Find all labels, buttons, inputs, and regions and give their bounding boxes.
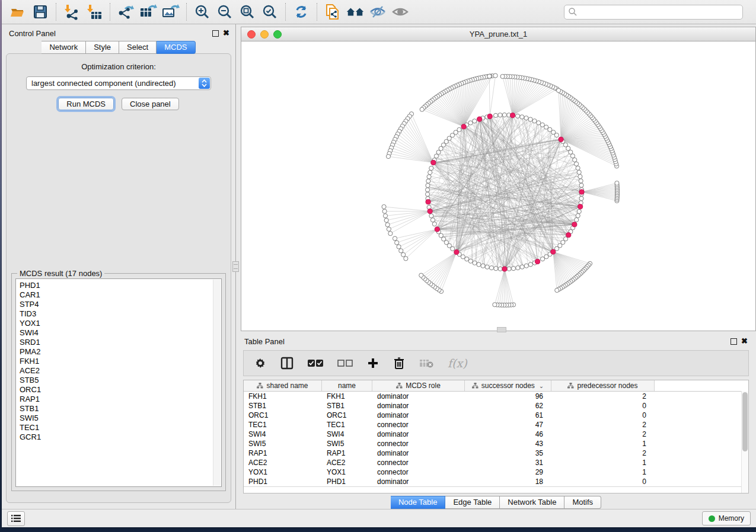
- table-tab[interactable]: Network Table: [500, 496, 564, 509]
- hierarchy-icon: [257, 383, 263, 389]
- mcds-result-item[interactable]: CAR1: [20, 290, 212, 300]
- mcds-result-item[interactable]: FKH1: [20, 357, 212, 366]
- sort-chevron-icon[interactable]: ⌄: [539, 383, 544, 389]
- list-scrollbar[interactable]: [213, 280, 221, 486]
- table-row[interactable]: YOX1 YOX1 connector 29 1: [244, 467, 748, 477]
- table-row[interactable]: STB1 STB1 dominator 62 0: [244, 401, 748, 411]
- table-options-icon[interactable]: [254, 357, 266, 369]
- table-tab[interactable]: Node Table: [391, 496, 446, 509]
- right-column: YPA_prune.txt_1 Table Panel: [236, 24, 756, 509]
- mcds-result-item[interactable]: ORC1: [20, 385, 212, 395]
- mcds-result-item[interactable]: SWI4: [20, 328, 212, 338]
- table-tabs: Node TableEdge TableNetwork TableMotifs: [391, 496, 601, 509]
- mcds-result-item[interactable]: TID3: [20, 309, 212, 319]
- network-canvas[interactable]: [241, 41, 756, 331]
- zoom-fit-icon[interactable]: [238, 2, 257, 21]
- mcds-result-item[interactable]: STP4: [20, 300, 212, 309]
- table-row[interactable]: SWI4 SWI4 dominator 46 2: [244, 430, 748, 439]
- toolbar-separator: [110, 3, 110, 21]
- task-history-button[interactable]: [7, 511, 25, 526]
- close-panel-icon[interactable]: ✖: [741, 338, 748, 344]
- column-header-predecessor-nodes[interactable]: predecessor nodes: [551, 380, 655, 391]
- search-box[interactable]: [564, 5, 743, 20]
- zoom-in-icon[interactable]: [193, 2, 212, 21]
- table-row[interactable]: PHD1 PHD1 dominator 18 0: [244, 477, 748, 486]
- close-panel-icon[interactable]: ✖: [223, 30, 229, 36]
- dropdown-stepper-icon: [199, 78, 210, 89]
- import-table-icon[interactable]: [85, 2, 104, 21]
- add-column-icon[interactable]: [367, 357, 379, 369]
- show-graphics-details-icon[interactable]: [391, 2, 410, 21]
- zoom-out-icon[interactable]: [215, 2, 234, 21]
- control-panel-tab[interactable]: Network: [42, 41, 86, 54]
- mcds-result-list[interactable]: PHD1CAR1STP4TID3YOX1SWI4SRD1PMA2FKH1ACE2…: [15, 278, 222, 487]
- main-area: Control Panel ✖ NetworkStyleSelectMCDS O…: [2, 24, 756, 509]
- show-all-networks-icon[interactable]: [346, 2, 365, 21]
- table-row[interactable]: FKH1 FKH1 dominator 96 2: [244, 392, 748, 401]
- control-panel-title: Control Panel: [9, 29, 56, 38]
- open-file-icon[interactable]: [8, 2, 27, 21]
- close-panel-button[interactable]: Close panel: [122, 98, 179, 110]
- column-header-successor-nodes[interactable]: successor nodes ⌄: [465, 380, 551, 391]
- export-table-icon[interactable]: [139, 2, 158, 21]
- criterion-dropdown[interactable]: largest connected component (undirected): [26, 76, 211, 90]
- delete-column-icon[interactable]: [393, 357, 405, 370]
- float-panel-icon[interactable]: [731, 338, 737, 345]
- table-row[interactable]: TEC1 TEC1 connector 47 2: [244, 420, 748, 430]
- control-panel-tab[interactable]: MCDS: [157, 41, 195, 54]
- memory-status-icon: [709, 515, 715, 522]
- control-panel: Control Panel ✖ NetworkStyleSelectMCDS O…: [2, 24, 236, 509]
- run-mcds-button[interactable]: Run MCDS: [58, 98, 114, 110]
- column-header-name[interactable]: name: [322, 380, 372, 391]
- clone-network-icon[interactable]: [323, 2, 342, 21]
- mcds-result-item[interactable]: GCR1: [20, 432, 212, 442]
- cytoscape-window: Control Panel ✖ NetworkStyleSelectMCDS O…: [2, 0, 756, 527]
- table-row[interactable]: SWI5 SWI5 connector 43 1: [244, 439, 748, 448]
- mcds-result-item[interactable]: PHD1: [20, 281, 212, 290]
- criterion-dropdown-value: largest connected component (undirected): [31, 79, 176, 88]
- select-all-icon[interactable]: [308, 359, 323, 367]
- mcds-result-item[interactable]: ACE2: [20, 366, 212, 376]
- vertical-split-grabber[interactable]: [232, 261, 239, 272]
- table-tab[interactable]: Edge Table: [445, 496, 500, 509]
- mcds-result-item[interactable]: YOX1: [20, 319, 212, 328]
- table-scrollbar[interactable]: [741, 391, 748, 493]
- export-image-icon[interactable]: [161, 2, 180, 21]
- table-row[interactable]: ORC1 ORC1 dominator 61 0: [244, 411, 748, 420]
- toggle-column-view-icon[interactable]: [280, 357, 294, 370]
- mcds-result-item[interactable]: STB5: [20, 376, 212, 385]
- table-panel-title: Table Panel: [244, 337, 285, 346]
- table-tab[interactable]: Motifs: [564, 496, 601, 509]
- toolbar-separator: [186, 3, 187, 21]
- refresh-icon[interactable]: [292, 2, 311, 21]
- mcds-result-item[interactable]: STB1: [20, 404, 212, 414]
- table-row[interactable]: RAP1 RAP1 dominator 35 2: [244, 448, 748, 458]
- scrollbar-thumb[interactable]: [742, 392, 748, 451]
- hide-graphics-details-icon[interactable]: [368, 2, 387, 21]
- horizontal-split-grabber[interactable]: [497, 327, 506, 332]
- mcds-result-item[interactable]: TEC1: [20, 423, 212, 432]
- memory-label: Memory: [719, 514, 744, 523]
- table-row[interactable]: ACE2 ACE2 connector 31 1: [244, 458, 748, 467]
- control-panel-tab[interactable]: Select: [119, 41, 157, 54]
- table-panel: Table Panel ✖: [236, 331, 756, 509]
- column-header-mcds-role[interactable]: MCDS role: [372, 380, 465, 391]
- float-panel-icon[interactable]: [212, 30, 219, 37]
- deselect-all-icon[interactable]: [337, 359, 353, 367]
- import-network-icon[interactable]: [62, 2, 81, 21]
- memory-button[interactable]: Memory: [702, 511, 751, 525]
- list-icon: [11, 514, 21, 523]
- control-panel-tab[interactable]: Style: [86, 41, 119, 54]
- save-session-icon[interactable]: [31, 2, 50, 21]
- network-graph[interactable]: [241, 41, 754, 331]
- network-window-titlebar[interactable]: YPA_prune.txt_1: [241, 27, 756, 41]
- mcds-result-item[interactable]: SRD1: [20, 338, 212, 347]
- optimization-criterion-label: Optimization criterion:: [7, 62, 231, 71]
- mcds-result-item[interactable]: SWI5: [20, 414, 212, 423]
- search-input[interactable]: [578, 7, 739, 17]
- export-network-icon[interactable]: [116, 2, 135, 21]
- mcds-result-item[interactable]: PMA2: [20, 347, 212, 357]
- column-header-shared-name[interactable]: shared name: [244, 380, 322, 391]
- zoom-selected-icon[interactable]: [260, 2, 279, 21]
- mcds-result-item[interactable]: RAP1: [20, 395, 212, 404]
